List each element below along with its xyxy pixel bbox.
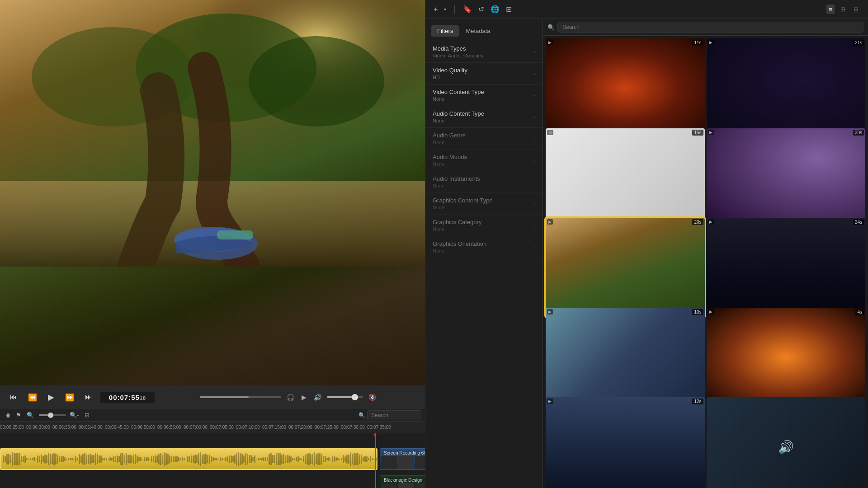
playhead[interactable] [375,433,376,488]
filter-graphics-category-label: Graphics Category [433,219,481,225]
filter-audio-genre[interactable]: Audio Genre None › [425,128,542,150]
ruler-time-12: 00:07:25:00 [315,425,339,430]
fast-forward-button[interactable]: ⏭ [82,391,95,403]
globe-icon-btn[interactable]: 🌐 [490,4,500,14]
next-frame-button[interactable]: ⏩ [62,391,77,404]
rewind-button[interactable]: ⏮ [7,391,20,403]
media-item-audio[interactable]: 🔊 audio track... [707,397,866,488]
progress-track[interactable] [200,396,281,398]
screen-recording-clip[interactable]: Screen Recording 6/9/21 [380,448,425,470]
chevron-right-icon: › [533,223,535,228]
ruler-marks: 00:06:25:00 00:06:30:00 00:06:35:00 00:0… [0,422,425,433]
media-item-fireball[interactable]: ▶ 4s Fireball Transition _ [707,308,866,407]
metadata-tab[interactable]: Metadata [459,25,496,37]
zoom-track[interactable] [39,414,66,416]
timeline-flag-button[interactable]: ⚑ [14,411,23,419]
filter-media-types[interactable]: Media Types Video, Audio, Graphics › [425,41,542,63]
media-item-looping-embers[interactable]: ▶ 11s Looping Embers 1... [546,38,705,138]
filter-audio-instruments-content: Audio Instruments None [433,175,480,188]
view-list-btn[interactable]: ≡ [826,5,835,14]
filter-graphics-content-type-content: Graphics Content Type None [433,197,493,210]
media-item-silhouette[interactable]: ▶ 24s Silhouette of sad _ [707,218,866,317]
filter-graphics-content-type-label: Graphics Content Type [433,197,493,204]
filters-tab[interactable]: Filters [431,25,459,37]
chevron-right-icon: › [533,114,535,120]
filter-sidebar: Filters Metadata Media Types Video, Audi… [425,19,543,488]
zoom-thumb [48,413,53,418]
filter-graphics-content-type[interactable]: Graphics Content Type None › [425,193,542,215]
ruler-time-2: 00:06:35:00 [52,425,76,430]
grid-icon-btn[interactable]: ⊞ [505,4,513,14]
add-dropdown-button[interactable]: ▾ [443,6,447,13]
media-item-girl-runs[interactable]: ▶ 20s Girl runs through t... [546,218,705,317]
refresh-icon-btn[interactable]: ↺ [477,4,485,14]
chevron-right-icon: › [533,49,535,55]
ruler-time-3: 00:06:40:00 [79,425,103,430]
ruler-time-10: 00:07:15:00 [262,425,286,430]
chevron-right-icon: › [533,71,535,76]
duration-badge: 15s [692,130,703,136]
chevron-right-icon: › [533,179,535,185]
volume-icon[interactable]: 🔊 [312,393,323,402]
duration-badge: 11s [692,40,703,46]
progress-fill [200,396,249,398]
filter-audio-instruments[interactable]: Audio Instruments None › [425,171,542,193]
filter-media-types-content: Media Types Video, Audio, Graphics [433,45,483,58]
filter-graphics-category[interactable]: Graphics Category None › [425,215,542,236]
svg-point-2 [249,36,384,127]
mute-button[interactable]: 🔇 [367,393,378,402]
blackmagic-label: Blackmagic Design [381,477,425,483]
media-item-online-social[interactable]: ⊞ 15s Online social netw... [546,128,705,228]
time-value: 00:07:55 [109,394,140,401]
search-icon: 🔍 [359,412,365,418]
headphones-button[interactable]: 🎧 [285,393,296,402]
timeline-marker-button[interactable]: ◉ [4,411,12,419]
media-grid: ▶ 11s Looping Embers 1... ▶ 21s Slow Mot… [543,36,868,488]
yellow-clip[interactable]: // Generate waveform bars (function() { … [0,448,377,470]
filter-video-content-type-value: None [433,96,484,102]
ruler-time-1: 00:06:30:00 [26,425,50,430]
track-row-2: Blackmagic Design [0,474,425,488]
video-svg [0,0,425,267]
timeline-area: ◉ ⚑ 🔍- 🔍+ ⊞ 🔍 00:06: [0,409,425,488]
blackmagic-clip[interactable]: Blackmagic Design [380,475,425,488]
filter-graphics-orientation[interactable]: Graphics Orientation None › [425,236,542,258]
play-button[interactable]: ▶ [45,390,57,404]
zoom-out-button[interactable]: 🔍- [25,411,37,419]
app-container: ⏮ ⏪ ▶ ⏩ ⏭ 00:07:5518 🎧 ▶ 🔊 🔇 [0,0,868,488]
filter-audio-instruments-label: Audio Instruments [433,175,480,182]
media-item-city[interactable]: ▶ 12s City skyline... [546,397,705,488]
filter-audio-genre-content: Audio Genre None [433,132,466,145]
toolbar-right: ≡ ⊞ ⊟ [826,5,861,14]
bookmark-icon-btn[interactable]: 🔖 [462,4,473,14]
prev-frame-button[interactable]: ⏪ [25,391,40,404]
media-item-macro-eyes[interactable]: ▶ 10s macro eyes web s... [546,308,705,407]
svg-rect-7 [217,230,253,239]
media-item-slow-animated[interactable]: ▶ 30s A slow animated b... [707,128,866,228]
filter-video-content-type-label: Video Content Type [433,89,484,95]
volume-fill [327,396,354,398]
graphic-type-icon: ⊞ [547,130,553,135]
filter-audio-content-type[interactable]: Audio Content Type None › [425,106,542,128]
timeline-search-input[interactable] [367,410,421,420]
search-input[interactable] [557,22,863,33]
filter-graphics-orientation-label: Graphics Orientation [433,240,486,247]
video-type-icon: ▶ [547,309,553,314]
audio-icon: 🔊 [778,440,794,455]
filter-video-content-type[interactable]: Video Content Type None › [425,84,542,106]
media-item-slow-motion[interactable]: ▶ 21s Slow Motion Fallin... [707,38,866,138]
filter-audio-moods[interactable]: Audio Moods None › [425,150,542,171]
video-type-icon: ▶ [547,399,553,404]
filter-media-types-label: Media Types [433,45,483,52]
duration-badge: 24s [853,219,864,225]
add-button[interactable]: + [433,5,439,14]
volume-track[interactable] [327,396,363,398]
next-marker-button[interactable]: ▶ [300,393,308,402]
filter-video-quality[interactable]: Video Quality HD › [425,63,542,84]
view-grid-btn[interactable]: ⊞ [838,5,848,14]
zoom-in-button[interactable]: 🔍+ [68,411,81,419]
chevron-right-icon: › [533,136,535,141]
view-detail-btn[interactable]: ⊟ [851,5,861,14]
track-row-1: // Generate waveform bars (function() { … [0,447,425,471]
zoom-fit-button[interactable]: ⊞ [83,411,91,419]
